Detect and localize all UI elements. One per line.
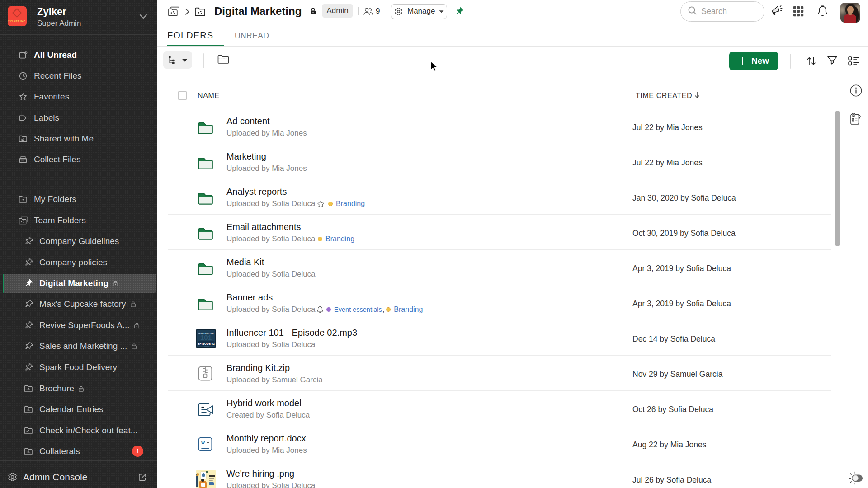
svg-text:w: w bbox=[201, 439, 205, 446]
